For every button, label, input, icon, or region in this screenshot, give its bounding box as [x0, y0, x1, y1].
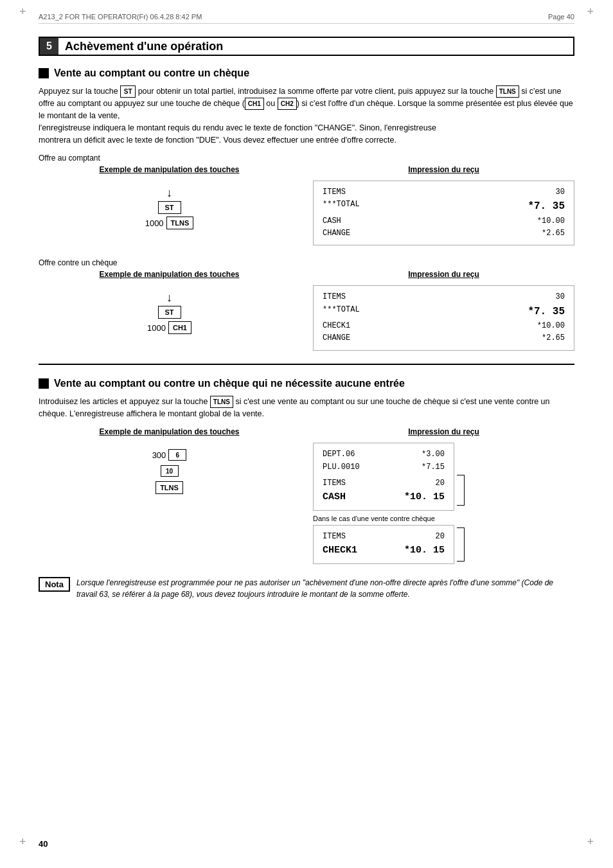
sub2-cheque-line2: CHECK1 *10. 15: [323, 543, 445, 558]
cheque-receipt-bracket: [457, 527, 465, 562]
corner-mark-tr: +: [587, 5, 594, 19]
page: + + + + A213_2 FOR THE OPERATOR(Fr) 06.4…: [0, 0, 613, 868]
sub2-r2-v: *7.15: [422, 461, 445, 474]
sub2-c2-v: *10. 15: [404, 543, 445, 558]
key-tlns-1: TLNS: [166, 217, 194, 229]
receipt-line-1: ITEMS 30: [323, 186, 565, 199]
sub2-c1-v: 20: [436, 531, 445, 543]
sub2-r4-l: CASH: [323, 490, 346, 505]
r2-l3: CHECK1: [323, 320, 350, 332]
section-title: Achèvement d'une opération: [65, 40, 223, 53]
offre2-key-col: Exemple de manipulation des touches ↓ ST…: [39, 270, 300, 341]
r2-line-4: CHANGE *2.65: [323, 332, 565, 344]
offre1-key-diagram: ↓ ST 1000 TLNS: [39, 181, 300, 236]
subsection1-heading: Vente au comptant ou contre un chèque: [39, 67, 574, 79]
offre2-col2-header: Impression du reçu: [313, 270, 574, 279]
r4-label: CHANGE: [323, 227, 350, 240]
corner-mark-bl: +: [19, 835, 26, 849]
r2-v2: *7. 35: [528, 304, 565, 321]
sub2-r-line1: DEPT.06 *3.00: [323, 448, 445, 461]
sub2-r-line2: PLU.0010 *7.15: [323, 461, 445, 474]
sub2-key-diagram: 300 6 10 TLNS: [39, 443, 300, 500]
r1-label: ITEMS: [323, 186, 346, 199]
key-tlns-inline1: TLNS: [496, 85, 519, 98]
key-tlns-2: TLNS: [155, 481, 183, 494]
key-10: 10: [161, 465, 179, 477]
r2-line-3: CHECK1 *10.00: [323, 320, 565, 332]
r3-val: *10.00: [537, 215, 565, 227]
nota-box: Nota Lorsque l'enregistreuse est program…: [39, 577, 574, 600]
section-title-box: 5 Achèvement d'une opération: [39, 37, 574, 56]
r2-l4: CHANGE: [323, 332, 350, 344]
offre2-arrow: ↓: [166, 292, 172, 303]
r3-label: CASH: [323, 215, 341, 227]
sub2-cheque-wrapper: ITEMS 20 CHECK1 *10. 15: [313, 525, 454, 564]
offre2-col1-header: Exemple de manipulation des touches: [39, 270, 300, 279]
receipt-line-4: CHANGE *2.65: [323, 227, 565, 240]
r2-v4: *2.65: [542, 332, 565, 344]
sub2-col1-header: Exemple de manipulation des touches: [39, 427, 300, 436]
sub2-value: 300: [152, 450, 166, 460]
offre2-key-row: 1000 CH1: [147, 321, 191, 334]
offre2-value: 1000: [147, 323, 166, 333]
sub2-r-line3-wrap: ITEMS 20 CASH *10. 15: [323, 477, 445, 505]
page-header: A213_2 FOR THE OPERATOR(Fr) 06.4.28 8:42…: [39, 13, 574, 24]
nota-label: Nota: [39, 577, 70, 592]
sub2-receipt-wrapper: DEPT.06 *3.00 PLU.0010 *7.15 ITEMS 20 C: [313, 443, 454, 511]
heading-square-2: [39, 378, 49, 389]
subsection2-example-row: Exemple de manipulation des touches 300 …: [39, 427, 574, 564]
key-st-1: ST: [158, 201, 181, 214]
sub2-receipt-col: Impression du reçu DEPT.06 *3.00 PLU.001…: [313, 427, 574, 564]
r1-val: 30: [556, 186, 565, 199]
r2-l2: ***TOTAL: [323, 304, 360, 321]
offre1-key-row: 1000 TLNS: [145, 217, 194, 229]
sub2-r3-l: ITEMS: [323, 477, 346, 490]
offre1-col2-header: Impression du reçu: [313, 165, 574, 174]
key-ch2-inline: CH2: [278, 98, 297, 110]
sub2-cheque-line1: ITEMS 20: [323, 531, 445, 543]
sub2-key-col: Exemple de manipulation des touches 300 …: [39, 427, 300, 500]
offre1-example-row: Exemple de manipulation des touches ↓ ST…: [39, 165, 574, 245]
offre2-receipt-col: Impression du reçu ITEMS 30 ***TOTAL *7.…: [313, 270, 574, 350]
offre2-key-diagram: ↓ ST 1000 CH1: [39, 285, 300, 341]
receipt-line-2: ***TOTAL *7. 35: [323, 199, 565, 215]
subsection2-heading: Vente au comptant ou contre un chèque qu…: [39, 378, 574, 389]
sub2-r3-v: 20: [436, 477, 445, 490]
section-divider: [39, 364, 574, 365]
key-ch1-2: CH1: [168, 321, 191, 334]
key-6: 6: [168, 449, 186, 461]
heading-square-1: [39, 68, 49, 78]
r2-l1: ITEMS: [323, 291, 346, 303]
offre1-arrow: ↓: [166, 187, 172, 199]
r2-line-1: ITEMS 30: [323, 291, 565, 303]
sub2-r1-v: *3.00: [422, 448, 445, 461]
sub2-key-row1: 300 6: [152, 449, 187, 461]
sub2-r1-l: DEPT.06: [323, 448, 355, 461]
sub2-col2-header: Impression du reçu: [313, 427, 574, 436]
sub2-r-line4: CASH *10. 15: [323, 490, 445, 505]
header-page: Page 40: [548, 13, 574, 21]
offre1-key-col: Exemple de manipulation des touches ↓ ST…: [39, 165, 300, 236]
r2-line-2: ***TOTAL *7. 35: [323, 304, 565, 321]
corner-mark-tl: +: [19, 5, 26, 19]
sub2-c1-l: ITEMS: [323, 531, 346, 543]
sub2-r2-l: PLU.0010: [323, 461, 360, 474]
r2-label: ***TOTAL: [323, 199, 360, 215]
sub2-receipt-cheque: ITEMS 20 CHECK1 *10. 15: [313, 525, 454, 564]
receipt-bracket: [457, 475, 465, 506]
sub2-r4-v: *10. 15: [404, 490, 445, 505]
offre1-receipt-col: Impression du reçu ITEMS 30 ***TOTAL *7.…: [313, 165, 574, 245]
page-number: 40: [39, 839, 48, 849]
subsection2-body: Introduisez les articles et appuyez sur …: [39, 396, 574, 420]
header-left: A213_2 FOR THE OPERATOR(Fr) 06.4.28 8:42…: [39, 13, 202, 21]
sub2-receipt-main: DEPT.06 *3.00 PLU.0010 *7.15 ITEMS 20 C: [313, 443, 454, 511]
sub2-r-line3: ITEMS 20: [323, 477, 445, 490]
offre2-receipt: ITEMS 30 ***TOTAL *7. 35 CHECK1 *10.00 C…: [313, 285, 574, 350]
offre1-col1-header: Exemple de manipulation des touches: [39, 165, 300, 174]
r2-val: *7. 35: [528, 199, 565, 215]
offre1-value: 1000: [145, 218, 164, 228]
subsection1-body: Appuyez sur la touche ST pour obtenir un…: [39, 85, 574, 146]
key-ch1-inline: CH1: [245, 98, 264, 110]
receipt-line-3: CASH *10.00: [323, 215, 565, 227]
section-number: 5: [40, 38, 58, 55]
